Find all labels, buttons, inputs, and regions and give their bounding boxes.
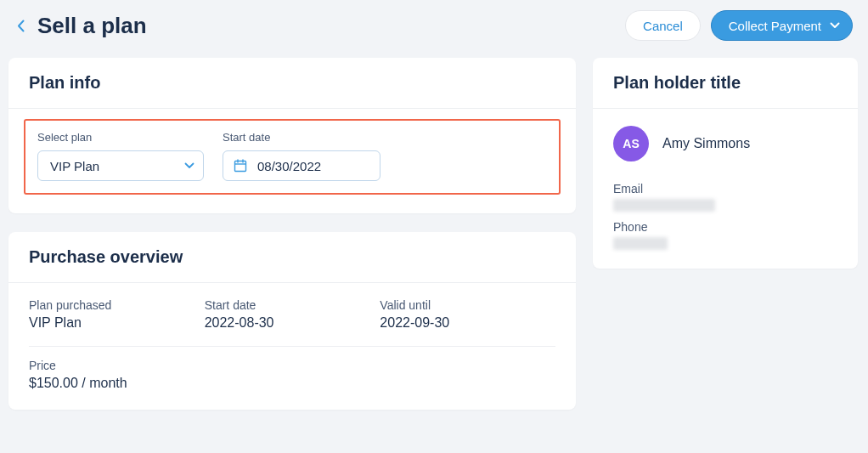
plan-info-title: Plan info (29, 73, 555, 93)
chevron-left-icon (17, 20, 25, 32)
page-title: Sell a plan (37, 13, 625, 39)
email-label: Email (613, 182, 837, 195)
plan-holder-name: Amy Simmons (662, 136, 750, 151)
start-date-label: Start date (223, 131, 380, 144)
collect-payment-button[interactable]: Collect Payment (711, 10, 853, 41)
svg-rect-0 (235, 161, 246, 172)
divider (29, 346, 555, 347)
plan-purchased-value: VIP Plan (29, 315, 205, 331)
plan-holder-card: Plan holder title AS Amy Simmons Email P… (593, 58, 858, 269)
select-plan-label: Select plan (37, 131, 204, 144)
chevron-down-icon (830, 22, 840, 29)
phone-value-redacted (613, 237, 668, 250)
start-date-input[interactable]: 08/30/2022 (223, 150, 380, 181)
purchase-overview-card: Purchase overview Plan purchased VIP Pla… (8, 232, 576, 410)
valid-until-value: 2022-09-30 (380, 315, 555, 331)
plan-info-highlight: Select plan VIP Plan Start date (24, 119, 561, 195)
calendar-icon (234, 159, 247, 173)
cancel-button[interactable]: Cancel (625, 10, 701, 41)
chevron-down-icon (184, 162, 194, 169)
overview-start-date-value: 2022-08-30 (205, 315, 380, 331)
back-button[interactable] (8, 14, 32, 37)
selected-plan-value: VIP Plan (50, 159, 99, 173)
price-value: $150.00 / month (29, 376, 210, 391)
purchase-overview-title: Purchase overview (29, 247, 555, 267)
valid-until-label: Valid until (380, 298, 555, 312)
plan-purchased-label: Plan purchased (29, 298, 205, 312)
collect-payment-label: Collect Payment (729, 19, 821, 33)
avatar: AS (613, 126, 649, 161)
plan-info-card: Plan info Select plan VIP Plan St (8, 58, 576, 213)
select-plan-dropdown[interactable]: VIP Plan (37, 150, 204, 181)
email-value-redacted (613, 199, 715, 212)
plan-holder-title: Plan holder title (613, 73, 837, 93)
overview-start-date-label: Start date (205, 298, 380, 312)
start-date-value: 08/30/2022 (257, 159, 321, 173)
phone-label: Phone (613, 220, 837, 234)
price-label: Price (29, 359, 210, 372)
